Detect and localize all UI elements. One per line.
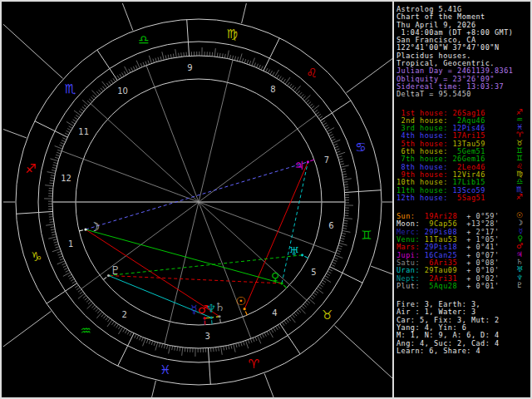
degree-tick: [55, 157, 59, 158]
sign-glyph-sagittarius: ♐: [25, 161, 36, 176]
degree-tick: [168, 55, 169, 59]
degree-tick: [331, 264, 335, 266]
house-number-1: 1: [68, 239, 73, 249]
planet-tick-saturn: [220, 319, 221, 323]
degree-tick: [307, 300, 310, 303]
degree-tick: [337, 152, 345, 155]
degree-tick: [296, 311, 298, 314]
degree-tick: [117, 76, 120, 79]
degree-tick: [332, 140, 340, 143]
degree-tick: [127, 331, 129, 334]
degree-tick: [322, 121, 325, 123]
sign-boundary-line: [320, 113, 332, 121]
degree-tick: [149, 340, 150, 344]
planet-tick-jupiter: [310, 160, 314, 161]
degree-tick: [160, 57, 161, 61]
house-number-3: 3: [204, 332, 209, 341]
summary-line: Learn: 6, Share: 4: [397, 347, 528, 355]
degree-tick: [343, 223, 347, 224]
degree-tick: [214, 48, 215, 57]
sign-boundary-line: [188, 42, 189, 56]
planet-glyph-sun: ☉: [236, 294, 247, 308]
degree-tick: [148, 61, 150, 65]
degree-tick: [120, 74, 122, 77]
sign-boundary-line: [55, 131, 67, 138]
degree-tick: [266, 68, 268, 71]
degree-tick: [259, 65, 260, 69]
planet-dot-venus: [280, 282, 283, 284]
house-number-6: 6: [328, 221, 333, 230]
degree-tick: [291, 86, 293, 89]
degree-tick: [342, 230, 351, 232]
planet-tick-venus: [283, 285, 287, 288]
planet-glyph-jupiter: ♃: [294, 159, 305, 172]
sign-boundary-line: [280, 323, 288, 335]
degree-tick: [333, 260, 337, 262]
degree-tick: [143, 338, 146, 346]
degree-tick: [306, 100, 309, 102]
planet-dot-uranus: [301, 254, 303, 256]
degree-tick: [302, 306, 305, 309]
sign-boundary-line: [118, 346, 128, 366]
degree-tick: [239, 342, 239, 347]
degree-tick: [66, 131, 70, 132]
degree-tick: [340, 164, 344, 165]
sign-boundary-line: [97, 50, 110, 68]
house-number-4: 4: [272, 308, 277, 318]
cusp-extension-line: [3, 77, 27, 138]
degree-tick: [182, 347, 183, 356]
degree-tick: [88, 301, 91, 303]
degree-tick: [229, 345, 229, 349]
cusp-extension-line: [264, 373, 327, 399]
degree-tick: [327, 273, 330, 275]
degree-tick: [181, 52, 182, 57]
degree-tick: [69, 277, 72, 279]
degree-tick: [237, 57, 238, 61]
degree-tick: [54, 242, 58, 243]
degree-tick: [71, 279, 74, 282]
degree-tick: [179, 53, 180, 57]
degree-tick: [62, 140, 66, 142]
degree-tick: [219, 347, 219, 351]
degree-tick: [344, 185, 348, 185]
degree-tick: [303, 96, 306, 100]
degree-tick: [130, 332, 131, 335]
planet-dot-neptune: [210, 317, 213, 319]
planet-glyph-uranus: ♅: [289, 244, 300, 258]
aspect-line-sun-jupiter: [244, 162, 308, 309]
degree-tick: [79, 111, 82, 113]
sign-boundary-line: [264, 58, 270, 71]
sign-boundary-line: [359, 190, 382, 192]
degree-tick: [111, 322, 114, 325]
degree-tick: [60, 259, 64, 260]
cusp-extension-line: [3, 3, 63, 78]
house-value: 5Sag51: [452, 194, 485, 202]
degree-tick: [289, 84, 292, 87]
degree-tick: [252, 58, 255, 66]
degree-tick: [118, 326, 121, 329]
degree-tick: [341, 165, 349, 167]
house-cusp-line: [91, 104, 199, 202]
degree-tick: [96, 91, 99, 95]
sign-boundary-line: [288, 336, 300, 354]
degree-tick: [91, 305, 95, 308]
degree-tick: [126, 330, 127, 333]
degree-tick: [343, 182, 347, 183]
degree-tick: [84, 105, 87, 107]
degree-tick: [71, 121, 75, 124]
degree-tick: [325, 276, 328, 278]
degree-tick: [136, 61, 140, 68]
sign-boundary-line: [128, 333, 135, 346]
degree-tick: [234, 57, 235, 61]
degree-tick: [55, 146, 62, 150]
degree-tick: [133, 66, 135, 71]
planet-tick-pluto: [103, 277, 106, 279]
degree-tick: [97, 310, 100, 313]
cusp-extension-line: [347, 3, 394, 93]
degree-tick: [96, 308, 98, 312]
degree-tick: [234, 344, 235, 352]
degree-tick: [177, 347, 178, 351]
degree-tick: [318, 114, 321, 116]
degree-tick: [56, 247, 60, 249]
degree-tick: [131, 67, 133, 71]
